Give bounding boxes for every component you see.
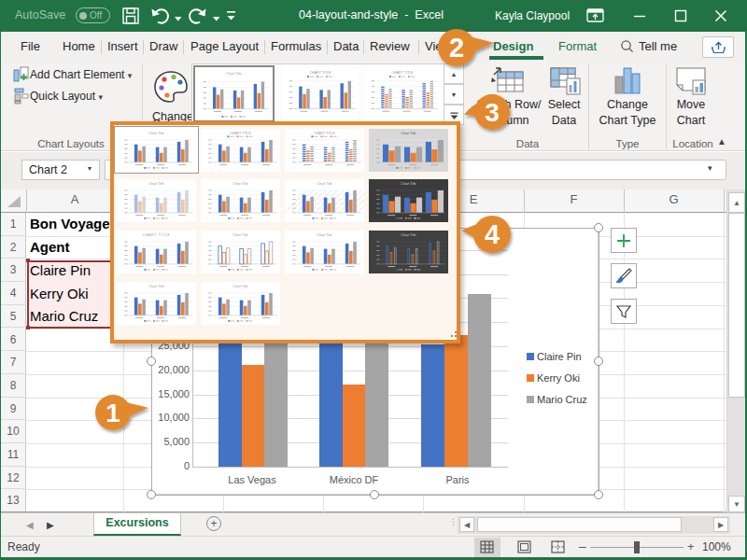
svg-text:CHART TITLE: CHART TITLE xyxy=(392,71,415,75)
svg-text:3: 3 xyxy=(485,98,500,127)
svg-text:CHART TITLE: CHART TITLE xyxy=(310,71,332,75)
svg-text:4: 4 xyxy=(485,219,500,249)
svg-text:Chart Title: Chart Title xyxy=(233,182,247,186)
svg-text:Chart Title: Chart Title xyxy=(317,233,331,237)
svg-text:Chart Title: Chart Title xyxy=(401,182,416,186)
svg-text:Chart Title: Chart Title xyxy=(148,132,163,135)
svg-text:Chart Title: Chart Title xyxy=(226,72,241,76)
svg-text:Chart Title: Chart Title xyxy=(401,233,416,237)
svg-text:2: 2 xyxy=(449,33,464,63)
svg-text:Chart Title: Chart Title xyxy=(148,182,163,186)
svg-text:Chart Title: Chart Title xyxy=(148,285,163,288)
svg-text:Chart Title: Chart Title xyxy=(401,132,416,135)
svg-text:CHART TITLE: CHART TITLE xyxy=(143,233,171,237)
svg-text:1: 1 xyxy=(106,399,120,427)
svg-text:Chart Title: Chart Title xyxy=(233,233,247,237)
svg-text:Chart Title: Chart Title xyxy=(317,182,331,186)
svg-text:CHART TITLE: CHART TITLE xyxy=(230,132,252,135)
svg-text:Chart Title: Chart Title xyxy=(233,285,247,288)
svg-text:CHART TITLE: CHART TITLE xyxy=(314,132,336,135)
